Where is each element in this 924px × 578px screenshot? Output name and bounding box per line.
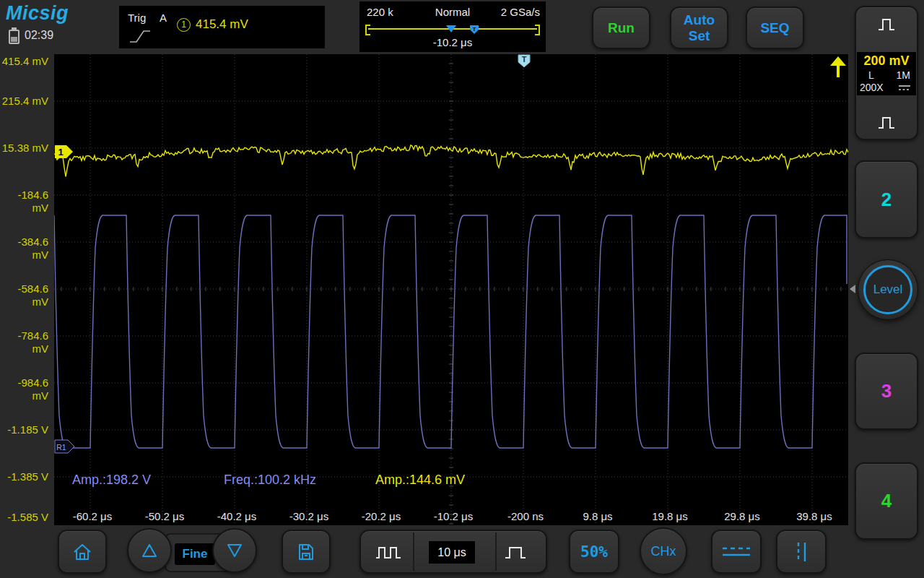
horizontal-status-panel[interactable]: 220 k Normal 2 GSa/s T -10.2 μs — [359, 1, 546, 52]
level-indicator-arrow-icon — [850, 285, 855, 293]
zoom-out-timebase-icon[interactable] — [375, 545, 402, 561]
ch1-scale: 200 mV — [857, 53, 916, 69]
pulse-icon — [877, 116, 896, 130]
y-axis-label: -984.6 mV — [1, 376, 48, 389]
svg-text:T: T — [473, 26, 476, 33]
zoom-in-timebase-icon[interactable] — [504, 545, 527, 561]
ch1-probe-attenuation: 200X — [860, 82, 884, 93]
ch1-channel-panel[interactable]: 200 mV L 1M 200X — [855, 6, 918, 140]
home-button[interactable] — [58, 530, 107, 574]
ch1-settings-box[interactable]: 200 mV L 1M 200X — [857, 52, 916, 95]
top-bar: Micsig 02:39 Trig A 1 415.4 mV 220 k Nor… — [0, 0, 924, 54]
channel-select-button[interactable]: CHx — [640, 527, 687, 575]
timebase-group: 10 μs — [359, 530, 547, 574]
trigger-label: Trig — [128, 12, 146, 24]
channel-3-button[interactable]: 3 — [855, 353, 918, 430]
brand-logo: Micsig — [6, 2, 69, 25]
measurement: Amp.:198.2 V — [72, 473, 151, 488]
trigger-channel-badge: 1 — [177, 18, 191, 32]
waveform-display[interactable]: T 1 R1 — [54, 54, 848, 525]
autoset-button[interactable]: Auto Set — [670, 7, 728, 49]
oscilloscope-screen: Micsig 02:39 Trig A 1 415.4 mV 220 k Nor… — [0, 0, 924, 578]
svg-text:R1: R1 — [56, 443, 66, 452]
rising-edge-icon — [128, 27, 152, 45]
decrement-button[interactable] — [212, 528, 257, 573]
measurement: Amp.:144.6 mV — [375, 473, 465, 488]
run-button[interactable]: Run — [592, 7, 650, 49]
trigger-level-value: 415.4 mV — [196, 17, 248, 32]
vertical-cursors-button[interactable] — [776, 530, 827, 574]
measurement-row: Amp.:198.2 V Freq.:100.2 kHz Amp.:144.6 … — [54, 473, 848, 488]
ch1-coupling: L — [868, 69, 874, 81]
x-axis-labels: -60.2 μs -50.2 μs -40.2 μs -30.2 μs -20.… — [54, 510, 848, 523]
waveform-canvas: T 1 R1 — [54, 54, 848, 525]
ch1-impedance: 1M — [897, 69, 910, 81]
down-triangle-icon — [226, 543, 243, 558]
x-axis-label: -10.2 μs — [423, 510, 484, 522]
trigger-source: A — [160, 12, 167, 24]
window-position-triangle-icon[interactable] — [446, 25, 456, 33]
bottom-toolbar: Fine 10 μs 50% CHx — [0, 526, 924, 578]
x-axis-label: -40.2 μs — [206, 510, 267, 522]
y-axis-label: 215.4 mV — [1, 95, 48, 108]
sample-rate: 2 GSa/s — [501, 6, 540, 18]
horizontal-offset-value: -10.2 μs — [359, 36, 546, 48]
battery-icon — [9, 30, 19, 44]
up-triangle-icon — [141, 543, 158, 558]
y-axis-label: -184.6 mV — [1, 189, 48, 202]
record-bar-right-bracket — [535, 25, 540, 35]
level-knob-label: Level — [873, 282, 903, 297]
x-axis-label: -50.2 μs — [134, 510, 195, 522]
measurement: Freq.:100.2 kHz — [224, 473, 316, 488]
y-axis-label: -584.6 mV — [1, 282, 48, 296]
y-axis-label: 415.4 mV — [1, 55, 48, 68]
record-bar-left-bracket — [365, 25, 370, 35]
x-axis-label: -200 ns — [495, 510, 556, 522]
y-axis-label: 15.38 mV — [1, 142, 48, 155]
pulse-icon — [877, 17, 896, 32]
timebase-value[interactable]: 10 μs — [429, 541, 475, 564]
svg-text:T: T — [522, 55, 527, 64]
x-axis-label: -60.2 μs — [62, 510, 123, 522]
x-axis-label: -20.2 μs — [351, 510, 411, 522]
y-axis-label: -784.6 mV — [1, 329, 48, 342]
trigger-position-flag-icon[interactable]: T — [469, 25, 479, 35]
x-axis-label: 19.8 μs — [640, 510, 700, 522]
dc-coupling-icon — [898, 85, 911, 92]
clock: 02:39 — [25, 29, 53, 42]
x-axis-label: -30.2 μs — [279, 510, 339, 522]
increment-button[interactable] — [127, 528, 172, 573]
fifty-percent-button[interactable]: 50% — [569, 530, 619, 574]
channel-2-button[interactable]: 2 — [855, 160, 918, 238]
vertical-cursor-icon — [790, 540, 812, 564]
y-axis-labels: 415.4 mV 215.4 mV 15.38 mV -184.6 mV -38… — [0, 54, 51, 525]
y-axis-label: -1.185 V — [1, 423, 48, 436]
save-icon — [296, 542, 316, 562]
home-icon — [71, 543, 93, 561]
trigger-status-panel[interactable]: Trig A 1 415.4 mV — [119, 6, 325, 48]
y-axis-label: -384.6 mV — [1, 236, 48, 249]
seq-button[interactable]: SEQ — [746, 7, 804, 49]
horizontal-cursors-button[interactable] — [711, 530, 762, 574]
x-axis-label: 29.8 μs — [712, 510, 772, 522]
level-knob[interactable]: Level — [858, 259, 918, 320]
svg-text:1: 1 — [58, 147, 63, 158]
fine-mode-indicator[interactable]: Fine — [175, 543, 215, 565]
x-axis-label: 9.8 μs — [567, 510, 628, 522]
y-axis-label: -1.585 V — [1, 511, 48, 524]
horizontal-cursor-icon — [720, 544, 753, 560]
x-axis-label: 39.8 μs — [784, 510, 845, 522]
save-button[interactable] — [282, 530, 331, 574]
y-axis-label: -1.385 V — [1, 470, 48, 483]
